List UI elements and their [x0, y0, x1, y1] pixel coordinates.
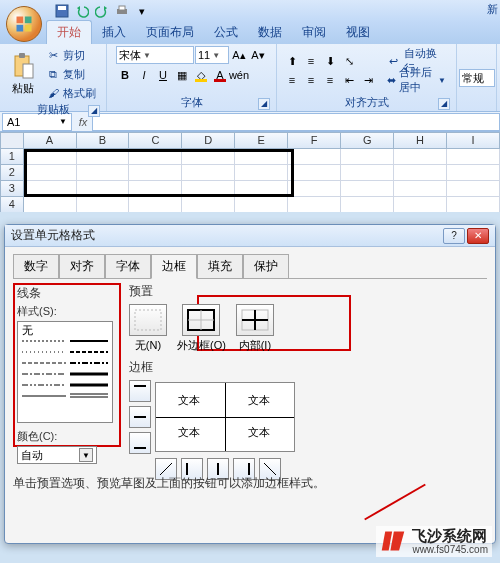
- paste-button[interactable]: 粘贴: [6, 49, 40, 99]
- line-style-item[interactable]: [22, 370, 108, 378]
- align-bottom-button[interactable]: ⬇: [321, 52, 339, 70]
- italic-button[interactable]: I: [135, 66, 153, 84]
- border-button[interactable]: ▦: [173, 66, 191, 84]
- increase-indent-button[interactable]: ⇥: [359, 71, 377, 89]
- preset-section-label: 预置: [129, 283, 274, 300]
- border-section-label: 边框: [129, 359, 295, 376]
- col-header[interactable]: H: [394, 132, 447, 149]
- row-header[interactable]: 3: [0, 181, 24, 197]
- col-header[interactable]: B: [77, 132, 130, 149]
- select-all-corner[interactable]: [0, 132, 24, 149]
- brush-icon: 🖌: [46, 86, 60, 100]
- qat-more-icon[interactable]: ▾: [134, 3, 150, 19]
- border-preview[interactable]: 文本 文本 文本 文本: [155, 382, 295, 452]
- dtab-protect[interactable]: 保护: [243, 254, 289, 279]
- col-header[interactable]: C: [129, 132, 182, 149]
- clipboard-dialog-launcher[interactable]: ◢: [88, 105, 100, 117]
- copy-icon: ⧉: [46, 67, 60, 81]
- border-hmid-button[interactable]: [129, 406, 151, 428]
- tab-layout[interactable]: 页面布局: [136, 21, 204, 44]
- paste-label: 粘贴: [12, 81, 34, 96]
- quick-access-toolbar: ▾: [0, 0, 500, 22]
- preset-inside-button[interactable]: 内部(I): [236, 304, 274, 353]
- line-style-item[interactable]: [22, 348, 108, 356]
- tab-home[interactable]: 开始: [46, 20, 92, 44]
- align-top-button[interactable]: ⬆: [283, 52, 301, 70]
- row-header[interactable]: 4: [0, 197, 24, 212]
- svg-rect-3: [25, 25, 32, 32]
- align-dialog-launcher[interactable]: ◢: [438, 98, 450, 110]
- group-align-label: 对齐方式: [345, 96, 389, 108]
- col-header[interactable]: D: [182, 132, 235, 149]
- col-header[interactable]: F: [288, 132, 341, 149]
- tab-view[interactable]: 视图: [336, 21, 380, 44]
- print-icon[interactable]: [114, 3, 130, 19]
- watermark-logo-icon: [380, 528, 406, 554]
- line-style-item[interactable]: [22, 392, 108, 400]
- bold-button[interactable]: B: [116, 66, 134, 84]
- close-button[interactable]: ✕: [467, 228, 489, 244]
- fill-color-button[interactable]: ◇: [192, 66, 210, 84]
- align-center-button[interactable]: ≡: [302, 71, 320, 89]
- dialog-tabs: 数字 对齐 字体 边框 填充 保护: [5, 247, 495, 278]
- group-clipboard: 粘贴 ✂剪切 ⧉复制 🖌格式刷 剪贴板◢: [0, 44, 107, 111]
- svg-rect-10: [23, 64, 33, 78]
- row-header[interactable]: 1: [0, 149, 24, 165]
- border-top-button[interactable]: [129, 380, 151, 402]
- font-dialog-launcher[interactable]: ◢: [258, 98, 270, 110]
- shrink-font-button[interactable]: A▾: [249, 46, 267, 64]
- col-header[interactable]: A: [24, 132, 77, 149]
- save-icon[interactable]: [54, 3, 70, 19]
- font-color-button[interactable]: A: [211, 66, 229, 84]
- align-left-button[interactable]: ≡: [283, 71, 301, 89]
- font-size-combo[interactable]: 11▼: [195, 46, 229, 64]
- align-middle-button[interactable]: ≡: [302, 52, 320, 70]
- col-header[interactable]: G: [341, 132, 394, 149]
- preset-none-button[interactable]: 无(N): [129, 304, 167, 353]
- border-bottom-button[interactable]: [129, 432, 151, 454]
- col-header[interactable]: E: [235, 132, 288, 149]
- line-style-item[interactable]: [22, 381, 108, 389]
- orientation-button[interactable]: ⤡: [340, 52, 358, 70]
- tab-insert[interactable]: 插入: [92, 21, 136, 44]
- formula-input[interactable]: [92, 113, 500, 131]
- line-style-none[interactable]: 无: [22, 326, 108, 334]
- group-font: 宋体▼ 11▼ A▴ A▾ B I U ▦ ◇ A wén 字体◢: [107, 44, 277, 111]
- line-style-item[interactable]: [22, 337, 108, 345]
- tab-review[interactable]: 审阅: [292, 21, 336, 44]
- format-cells-dialog: 设置单元格格式 ? ✕ 数字 对齐 字体 边框 填充 保护 线条 样式(S): …: [4, 224, 496, 544]
- dtab-font[interactable]: 字体: [105, 254, 151, 279]
- phonetic-button[interactable]: wén: [230, 66, 248, 84]
- font-name-combo[interactable]: 宋体▼: [116, 46, 194, 64]
- copy-button[interactable]: ⧉复制: [42, 65, 100, 83]
- redo-icon[interactable]: [94, 3, 110, 19]
- dialog-titlebar[interactable]: 设置单元格格式 ? ✕: [5, 225, 495, 247]
- col-header[interactable]: I: [447, 132, 500, 149]
- line-style-item[interactable]: [22, 359, 108, 367]
- office-button[interactable]: [6, 6, 42, 42]
- grow-font-button[interactable]: A▴: [230, 46, 248, 64]
- number-format-combo[interactable]: 常规: [459, 69, 495, 87]
- underline-button[interactable]: U: [154, 66, 172, 84]
- dtab-align[interactable]: 对齐: [59, 254, 105, 279]
- dtab-border[interactable]: 边框: [151, 254, 197, 279]
- merge-center-button[interactable]: ⬌合并后居中▼: [383, 71, 450, 89]
- preset-outline-button[interactable]: 外边框(O): [177, 304, 226, 353]
- format-painter-button[interactable]: 🖌格式刷: [42, 84, 100, 102]
- svg-rect-0: [17, 17, 24, 24]
- decrease-indent-button[interactable]: ⇤: [340, 71, 358, 89]
- group-clipboard-label: 剪贴板: [37, 103, 70, 115]
- worksheet[interactable]: A B C D E F G H I 1 2 3 4 5: [0, 132, 500, 212]
- dtab-fill[interactable]: 填充: [197, 254, 243, 279]
- watermark-url: www.fs0745.com: [412, 544, 488, 555]
- line-style-list[interactable]: 无: [17, 321, 113, 423]
- line-color-combo[interactable]: 自动▼: [17, 446, 97, 464]
- cut-button[interactable]: ✂剪切: [42, 46, 100, 64]
- row-header[interactable]: 2: [0, 165, 24, 181]
- tab-data[interactable]: 数据: [248, 21, 292, 44]
- tab-formula[interactable]: 公式: [204, 21, 248, 44]
- help-button[interactable]: ?: [443, 228, 465, 244]
- dtab-number[interactable]: 数字: [13, 254, 59, 279]
- align-right-button[interactable]: ≡: [321, 71, 339, 89]
- undo-icon[interactable]: [74, 3, 90, 19]
